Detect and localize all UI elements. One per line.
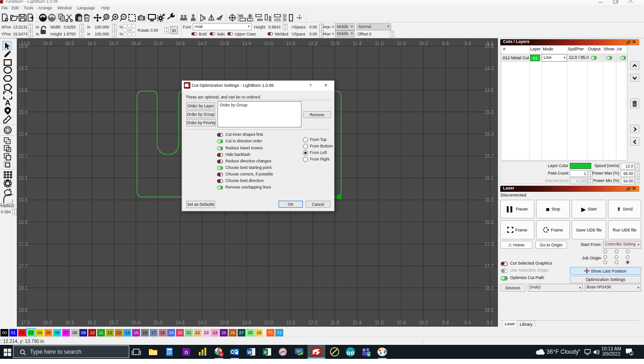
svg-text:14.6: 14.6 [175,320,185,325]
svg-text:12.6: 12.6 [286,41,295,46]
svg-text:11.8: 11.8 [330,320,339,325]
svg-text:15.7: 15.7 [19,154,28,159]
svg-text:17.3: 17.3 [19,242,28,247]
svg-text:10.6: 10.6 [397,320,406,325]
svg-text:14.6: 14.6 [485,88,494,93]
svg-text:16.5: 16.5 [19,197,28,203]
svg-text:16.1: 16.1 [87,41,97,46]
svg-text:9.8: 9.8 [442,41,449,46]
svg-text:13.8: 13.8 [220,320,229,325]
svg-text:15.0: 15.0 [485,110,494,115]
svg-text:9.4: 9.4 [464,320,471,325]
svg-text:16.9: 16.9 [43,41,52,46]
svg-text:A: A [5,99,11,107]
svg-text:15.7: 15.7 [109,41,119,46]
svg-text:14.2: 14.2 [19,66,28,71]
svg-text:14.2: 14.2 [198,41,207,46]
svg-text:n: n [185,349,188,356]
svg-text:13.8: 13.8 [485,43,494,49]
svg-text:16.5: 16.5 [65,320,74,325]
svg-text:10.6: 10.6 [397,41,406,46]
svg-text:16.9: 16.9 [43,320,52,325]
svg-text:12.6: 12.6 [286,320,295,325]
svg-text:12.2: 12.2 [308,320,318,325]
svg-text:18.1: 18.1 [19,286,28,291]
svg-text:10.2: 10.2 [419,320,428,325]
svg-text:15.4: 15.4 [19,132,28,137]
svg-text:13.8: 13.8 [19,43,28,49]
svg-text:A: A [220,352,223,357]
svg-text:13.0: 13.0 [264,320,273,325]
svg-text:17.3: 17.3 [21,320,30,325]
svg-text:Radius:: Radius: [0,203,15,208]
svg-text:14.2: 14.2 [485,66,494,71]
svg-text:15.0: 15.0 [154,320,163,325]
svg-text:17.7: 17.7 [19,264,28,269]
svg-text:1: 1 [630,352,632,355]
svg-text:16.1: 16.1 [485,175,494,181]
svg-text:18.5: 18.5 [19,308,28,313]
svg-text:16.9: 16.9 [19,220,28,225]
svg-text:15.7: 15.7 [109,320,119,325]
svg-text:11.4: 11.4 [353,320,362,325]
svg-text:13.8: 13.8 [220,41,229,46]
svg-text:X: X [264,350,267,355]
svg-text:15.4: 15.4 [485,132,494,137]
svg-text:16.1: 16.1 [19,175,28,181]
svg-text:18.5: 18.5 [485,308,494,313]
svg-text:15.4: 15.4 [131,41,140,46]
svg-text:12.2: 12.2 [308,41,318,46]
svg-text:13.0: 13.0 [264,41,273,46]
svg-text:17.3: 17.3 [485,242,494,247]
svg-text:18.1: 18.1 [485,286,494,291]
svg-text:15.0: 15.0 [19,110,28,115]
svg-text:17.7: 17.7 [485,264,494,269]
svg-text:14.2: 14.2 [198,320,207,325]
svg-text:15.0: 15.0 [154,41,163,46]
svg-text:10.2: 10.2 [419,41,428,46]
svg-text:13.4: 13.4 [242,41,251,46]
svg-text:15.4: 15.4 [131,320,140,325]
svg-text:9.4: 9.4 [464,41,471,46]
svg-text:14.6: 14.6 [19,88,28,93]
svg-text:11.4: 11.4 [353,41,362,46]
svg-text:9.8: 9.8 [442,320,449,325]
svg-text:13.4: 13.4 [242,320,251,325]
svg-text:15.7: 15.7 [485,154,494,159]
svg-text:11.0: 11.0 [375,41,384,46]
svg-text:11.8: 11.8 [330,41,339,46]
svg-text:16.5: 16.5 [485,197,494,203]
svg-text:16.5: 16.5 [65,41,74,46]
svg-text:14.6: 14.6 [175,41,185,46]
svg-text:W: W [247,350,252,355]
svg-text:16.1: 16.1 [87,320,97,325]
svg-text:16.9: 16.9 [485,220,494,225]
svg-text:9.1: 9.1 [487,320,493,325]
svg-text:11.0: 11.0 [375,320,384,325]
